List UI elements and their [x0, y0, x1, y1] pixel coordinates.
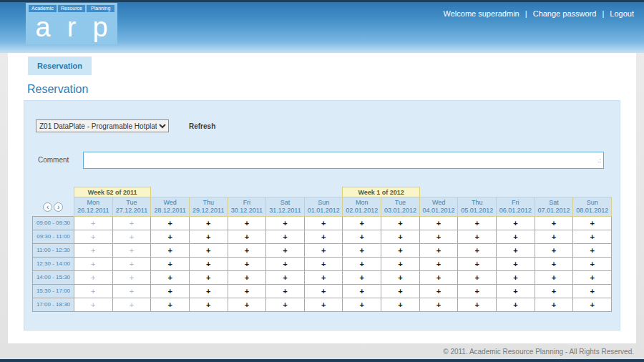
slot-add-button[interactable]: + — [381, 216, 420, 230]
slot-add-button[interactable]: + — [573, 284, 612, 298]
logo-words: Academic Resource Planning — [29, 5, 114, 12]
slot-add-button[interactable]: + — [419, 243, 458, 257]
previous-week-button[interactable]: ‹ — [43, 202, 52, 212]
slot-add-button[interactable]: + — [458, 230, 497, 243]
time-slot-row: 09:00 - 09:30++++++++++++++ — [33, 216, 612, 230]
slot-add-button[interactable]: + — [497, 298, 535, 311]
slot-add-button[interactable]: + — [343, 243, 381, 257]
slot-add-button[interactable]: + — [189, 270, 228, 284]
slot-add-button[interactable]: + — [266, 216, 305, 230]
slot-add-button[interactable]: + — [304, 270, 343, 284]
slot-add-button[interactable]: + — [497, 284, 535, 298]
slot-add-button[interactable]: + — [458, 243, 497, 257]
slot-add-button[interactable]: + — [381, 270, 420, 284]
slot-add-button[interactable]: + — [266, 298, 305, 311]
slot-add-button[interactable]: + — [419, 284, 458, 298]
app-logo[interactable]: Academic Resource Planning a r p — [26, 3, 117, 44]
slot-add-button[interactable]: + — [419, 230, 458, 243]
slot-add-button[interactable]: + — [266, 270, 305, 284]
slot-add-button[interactable]: + — [497, 230, 535, 243]
slot-add-button[interactable]: + — [304, 298, 343, 311]
day-name: Mon — [74, 199, 112, 207]
slot-add-button[interactable]: + — [151, 216, 190, 230]
equipment-select[interactable]: Z01 DataPlate - Programable Hotplate — [36, 119, 169, 132]
slot-add-button[interactable]: + — [304, 257, 343, 270]
slot-add-button[interactable]: + — [343, 284, 381, 298]
resize-grip-icon[interactable]: .: — [597, 157, 601, 164]
slot-add-button[interactable]: + — [189, 216, 228, 230]
tab-reservation[interactable]: Reservation — [28, 57, 92, 75]
refresh-button[interactable]: Refresh — [189, 122, 215, 130]
slot-add-button[interactable]: + — [573, 243, 612, 257]
slot-add-button[interactable]: + — [573, 230, 612, 243]
slot-add-button[interactable]: + — [535, 230, 573, 243]
slot-add-button[interactable]: + — [151, 270, 190, 284]
slot-add-button[interactable]: + — [266, 257, 305, 270]
slot-add-button[interactable]: + — [343, 257, 381, 270]
slot-add-button[interactable]: + — [189, 284, 228, 298]
slot-add-button[interactable]: + — [535, 270, 573, 284]
slot-add-button[interactable]: + — [343, 230, 381, 243]
slot-cell-disabled: + — [112, 298, 151, 311]
slot-add-button[interactable]: + — [228, 270, 266, 284]
slot-add-button[interactable]: + — [535, 257, 573, 270]
slot-add-button[interactable]: + — [573, 257, 612, 270]
slot-add-button[interactable]: + — [497, 257, 535, 270]
slot-add-button[interactable]: + — [151, 298, 190, 311]
slot-add-button[interactable]: + — [343, 216, 381, 230]
slot-add-button[interactable]: + — [343, 298, 381, 311]
slot-add-button[interactable]: + — [535, 243, 573, 257]
logout-link[interactable]: Logout — [610, 9, 634, 18]
slot-add-button[interactable]: + — [228, 298, 266, 311]
slot-add-button[interactable]: + — [458, 270, 497, 284]
slot-add-button[interactable]: + — [228, 257, 266, 270]
slot-add-button[interactable]: + — [189, 230, 228, 243]
slot-add-button[interactable]: + — [381, 243, 420, 257]
slot-add-button[interactable]: + — [343, 270, 381, 284]
slot-add-button[interactable]: + — [304, 230, 343, 243]
slot-add-button[interactable]: + — [381, 298, 420, 311]
slot-add-button[interactable]: + — [381, 257, 420, 270]
slot-add-button[interactable]: + — [304, 243, 343, 257]
slot-add-button[interactable]: + — [151, 257, 190, 270]
slot-add-button[interactable]: + — [266, 243, 305, 257]
slot-add-button[interactable]: + — [228, 243, 266, 257]
slot-add-button[interactable]: + — [458, 298, 497, 311]
slot-add-button[interactable]: + — [189, 257, 228, 270]
slot-add-button[interactable]: + — [573, 298, 612, 311]
slot-add-button[interactable]: + — [189, 243, 228, 257]
slot-add-button[interactable]: + — [266, 284, 305, 298]
comment-input[interactable] — [83, 152, 604, 169]
slot-add-button[interactable]: + — [228, 284, 266, 298]
slot-add-button[interactable]: + — [228, 230, 266, 243]
slot-add-button[interactable]: + — [151, 243, 190, 257]
slot-add-button[interactable]: + — [228, 216, 266, 230]
slot-add-button[interactable]: + — [419, 257, 458, 270]
slot-add-button[interactable]: + — [573, 270, 612, 284]
slot-add-button[interactable]: + — [266, 230, 305, 243]
slot-add-button[interactable]: + — [419, 216, 458, 230]
slot-add-button[interactable]: + — [304, 284, 343, 298]
slot-add-button[interactable]: + — [381, 230, 420, 243]
slot-add-button[interactable]: + — [497, 270, 535, 284]
slot-add-button[interactable]: + — [419, 270, 458, 284]
slot-add-button[interactable]: + — [497, 216, 535, 230]
page-title: Reservation — [27, 83, 636, 96]
slot-add-button[interactable]: + — [535, 216, 573, 230]
next-week-button[interactable]: › — [54, 202, 63, 212]
day-name: Tue — [381, 199, 419, 207]
slot-add-button[interactable]: + — [458, 257, 497, 270]
slot-add-button[interactable]: + — [151, 230, 190, 243]
slot-add-button[interactable]: + — [458, 216, 497, 230]
slot-add-button[interactable]: + — [151, 284, 190, 298]
change-password-link[interactable]: Change password — [533, 9, 597, 18]
slot-add-button[interactable]: + — [573, 216, 612, 230]
slot-add-button[interactable]: + — [381, 284, 420, 298]
slot-add-button[interactable]: + — [419, 298, 458, 311]
slot-add-button[interactable]: + — [458, 284, 497, 298]
slot-add-button[interactable]: + — [497, 243, 535, 257]
slot-add-button[interactable]: + — [535, 298, 573, 311]
slot-add-button[interactable]: + — [189, 298, 228, 311]
slot-add-button[interactable]: + — [535, 284, 573, 298]
slot-add-button[interactable]: + — [304, 216, 343, 230]
